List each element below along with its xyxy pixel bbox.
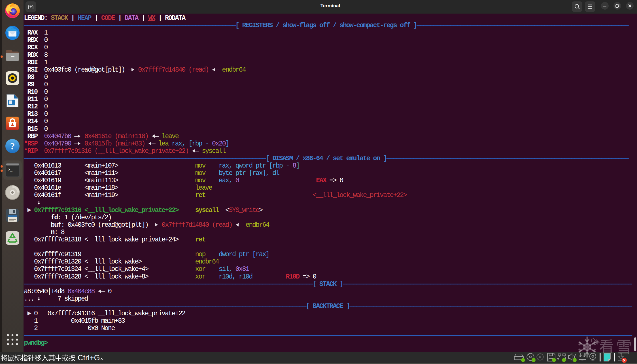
svg-text:?: ? (10, 141, 15, 151)
svg-text:>_: >_ (8, 168, 12, 172)
